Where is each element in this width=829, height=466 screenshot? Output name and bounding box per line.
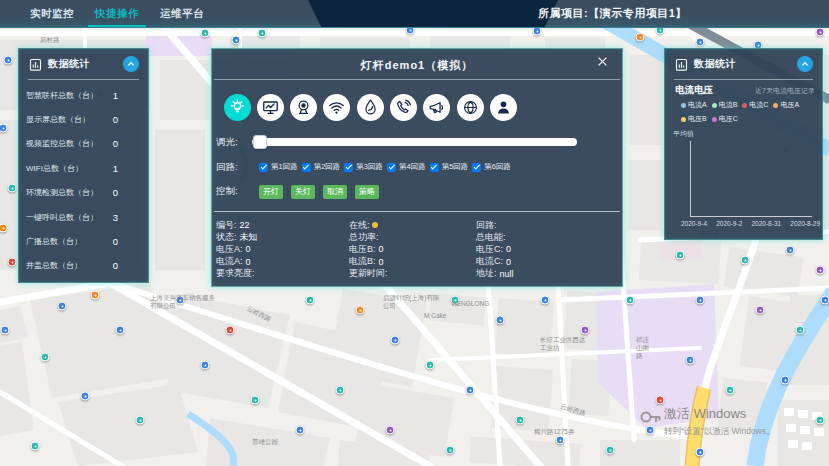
statistics-panel-right: 数据统计 电流电压 近7天电流电压记录 电流A 电流B [664,48,823,240]
legend-dot [681,117,686,122]
project-label: 所属项目:【演示专用项目1】 [538,0,687,27]
stat-value: 0 [113,236,118,247]
page: 新村路上海汇通大厦上海吴兴汽车销售服务有限公司启源针织(上海)有限公司HENGL… [0,0,829,466]
light-icon[interactable] [224,94,251,121]
network-icon[interactable] [457,94,484,121]
x-axis-labels: 2020-9-42020-9-22020-8-312020-8-29 [681,220,820,227]
x-axis-label: 2020-9-4 [681,220,707,227]
legend-item[interactable]: 电流C [742,100,768,110]
camera-icon[interactable] [290,94,317,121]
top-nav-bar: 实时监控 快捷操作 运维平台 所属项目:【演示专用项目1】 [0,0,829,28]
legend-item[interactable]: 电流A [681,100,707,110]
stat-row: 环境检测总数（台） 0 [19,181,148,205]
circuit-checkbox-item[interactable]: 第1回路 [259,162,298,172]
stat-row: 一键呼叫总数（台） 3 [19,205,148,229]
info-value: 0 [379,257,384,267]
chart-subtitle: 近7天电流电压记录 [755,86,815,96]
tab-quick-actions[interactable]: 快捷操作 [93,0,141,28]
checkbox-checked-icon[interactable] [344,163,353,172]
right-panel-collapse-button[interactable] [797,56,813,72]
legend-item[interactable]: 电压B [681,114,707,124]
chart-legend: 电流A 电流B 电流C 电压A [681,100,816,124]
tab-realtime-monitor[interactable]: 实时监控 [28,0,76,28]
legend-label: 电压C [719,114,738,124]
stat-label: 视频监控总数（台） [26,138,98,149]
control-button[interactable]: 开灯 [259,185,283,199]
display-icon[interactable] [257,94,284,121]
tab-ops-platform[interactable]: 运维平台 [158,0,206,28]
info-label: 在线: [349,219,370,232]
slider-handle[interactable] [253,135,267,149]
info-label: 地址: [476,267,497,280]
legend-label: 电压A [780,100,799,110]
stat-value: 1 [113,90,118,101]
circuit-checkbox-item[interactable]: 第6回路 [472,162,511,172]
legend-item[interactable]: 电压A [773,100,799,110]
control-button[interactable]: 取消 [323,185,347,199]
circuit-checkbox-item[interactable]: 第2回路 [302,162,341,172]
info-row: 回路: [476,219,616,231]
stat-rows: 智慧联杆总数（台） 1 显示屏总数（台） 0 视频监控总数（台） 0 WIFI总… [19,80,148,278]
info-row: 状态: 未知 [216,231,349,243]
right-panel-title: 数据统计 [694,57,736,71]
info-label: 回路: [476,219,497,232]
info-row: 总功率: [349,231,476,243]
legend-item[interactable]: 电压C [712,114,738,124]
legend-label: 电流C [749,100,768,110]
broadcast-icon[interactable] [423,94,450,121]
circuit-checkbox-label: 第2回路 [314,162,341,172]
checkbox-checked-icon[interactable] [387,163,396,172]
left-panel-collapse-button[interactable] [123,56,139,72]
x-axis-label: 2020-8-29 [790,220,820,227]
info-row: 要求亮度: [216,268,349,280]
circuit-checkbox-item[interactable]: 第4回路 [387,162,426,172]
stat-label: 环境检测总数（台） [26,187,98,198]
dimming-slider[interactable] [252,138,577,146]
wifi-icon[interactable] [323,94,350,121]
control-button[interactable]: 关灯 [291,185,315,199]
info-row: 地址: null [476,268,616,280]
stat-value: 0 [113,114,118,125]
checkbox-checked-icon[interactable] [472,163,481,172]
checkbox-checked-icon[interactable] [259,163,268,172]
close-icon[interactable] [597,56,608,67]
circuit-checkbox-label: 第1回路 [271,162,298,172]
info-label: 总功率: [349,231,379,244]
circuit-checkbox-item[interactable]: 第5回路 [430,162,469,172]
stat-row: 井盖总数（台） 0 [19,254,148,278]
circuit-checkbox-label: 第3回路 [356,162,383,172]
stat-row: 广播总数（台） 0 [19,229,148,253]
control-row: 控制: 开灯关灯取消策略 [216,184,622,199]
info-row: 在线: [349,219,476,231]
chevron-up-icon [800,59,810,69]
info-row: 电流A: 0 [216,256,349,268]
info-row: 更新时间: [349,268,476,280]
stat-value: 0 [113,138,118,149]
dialog-title: 灯杆demo1（模拟） [212,49,622,79]
control-button[interactable]: 策略 [355,185,379,199]
stat-label: WIFI总数（台） [26,163,83,174]
person-icon[interactable] [490,94,517,121]
stat-label: 智慧联杆总数（台） [26,90,98,101]
stat-value: 0 [113,187,118,198]
circuit-checkbox-label: 第4回路 [399,162,426,172]
info-label: 电流C: [476,255,503,268]
circuit-checkbox-item[interactable]: 第3回路 [344,162,383,172]
legend-dot [712,117,717,122]
checkbox-checked-icon[interactable] [302,163,311,172]
info-label: 更新时间: [349,267,388,280]
legend-item[interactable]: 电流B [712,100,738,110]
checkbox-checked-icon[interactable] [430,163,439,172]
status-dot [372,222,378,228]
legend-label: 电流A [688,100,707,110]
key-icon [640,409,662,425]
info-value: 0 [379,244,384,254]
header-trapezoid-decor [308,0,558,28]
stat-value: 1 [113,163,118,174]
call-icon[interactable] [390,94,417,121]
info-row: 总电能: [476,231,616,243]
info-label: 要求亮度: [216,267,255,280]
environment-icon[interactable] [357,94,384,121]
info-value: 0 [506,244,511,254]
info-value: 0 [506,257,511,267]
